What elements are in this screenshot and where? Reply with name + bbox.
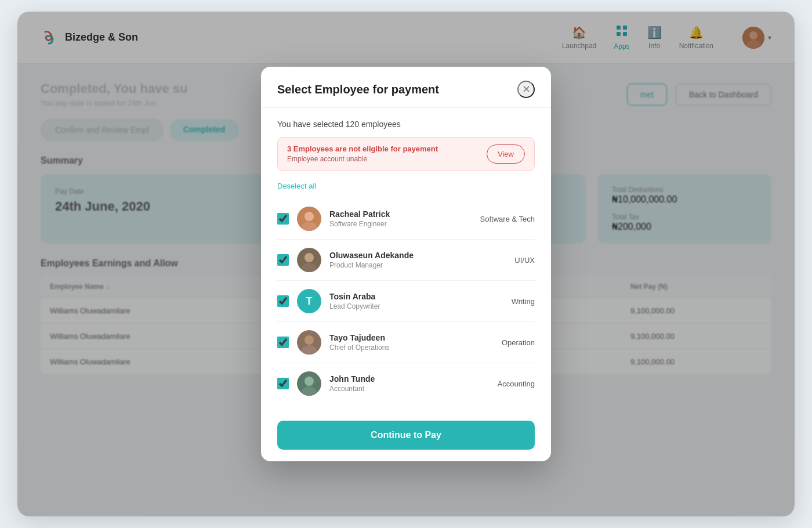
employee-row: Oluwaseun Adekande Product Manager UI/UX — [277, 240, 535, 281]
employee-info: Racheal Patrick Software Engineer — [329, 209, 457, 228]
avatar — [297, 330, 321, 355]
employee-checkbox[interactable] — [277, 337, 289, 348]
employee-checkbox[interactable] — [277, 378, 289, 389]
employee-dept: Software & Tech — [465, 215, 535, 223]
warning-strong: 3 Employees are not eligible for payemen… — [287, 144, 438, 153]
employee-dept: Operation — [465, 338, 535, 347]
svg-point-8 — [304, 212, 314, 221]
employee-info: Oluwaseun Adekande Product Manager — [329, 251, 457, 269]
employee-name: Tayo Tajudeen — [329, 333, 457, 342]
employee-dept: Writing — [465, 297, 535, 306]
modal-title: Select Employee for payment — [277, 83, 439, 96]
employee-list: Racheal Patrick Software Engineer Softwa… — [277, 198, 535, 404]
modal-close-button[interactable]: ✕ — [517, 81, 535, 98]
employee-role: Lead Copywriter — [329, 302, 457, 310]
employee-role: Software Engineer — [329, 220, 457, 228]
selected-count-text: You have selected 120 employees — [277, 120, 535, 129]
modal-overlay: Select Employee for payment ✕ You have s… — [17, 12, 795, 516]
employee-name: John Tunde — [329, 374, 457, 384]
employee-role: Product Manager — [329, 261, 457, 269]
modal-footer: Continue to Pay — [261, 411, 551, 461]
deselect-all-link[interactable]: Deselect all — [277, 182, 316, 190]
svg-point-17 — [304, 377, 314, 386]
view-ineligible-button[interactable]: View — [487, 144, 525, 164]
warning-banner: 3 Employees are not eligible for payemen… — [277, 137, 535, 171]
warning-detail: Employee account unable — [287, 155, 367, 163]
continue-to-pay-button[interactable]: Continue to Pay — [277, 421, 535, 450]
avatar — [297, 371, 321, 396]
employee-name: Tosin Araba — [329, 292, 457, 301]
employee-row: Racheal Patrick Software Engineer Softwa… — [277, 198, 535, 240]
app-frame: Bizedge & Son 🏠 Launchpad Apps — [17, 12, 795, 516]
modal-body: You have selected 120 employees 3 Employ… — [261, 108, 551, 411]
svg-point-14 — [304, 335, 314, 345]
employee-dept: UI/UX — [465, 256, 535, 265]
warning-text: 3 Employees are not eligible for payemen… — [287, 144, 438, 164]
employee-row: John Tunde Accountant Accounting — [277, 363, 535, 404]
avatar: T — [297, 289, 321, 313]
employee-name: Racheal Patrick — [329, 209, 457, 219]
modal-header: Select Employee for payment ✕ — [261, 67, 551, 108]
employee-info: John Tunde Accountant — [329, 374, 457, 393]
employee-checkbox[interactable] — [277, 295, 289, 307]
employee-role: Accountant — [329, 385, 457, 393]
employee-info: Tosin Araba Lead Copywriter — [329, 292, 457, 310]
employee-checkbox[interactable] — [277, 254, 289, 266]
avatar — [297, 248, 321, 272]
employee-role: Chief of Operations — [329, 343, 457, 352]
svg-point-11 — [304, 253, 314, 262]
employee-name: Oluwaseun Adekande — [329, 251, 457, 260]
employee-checkbox[interactable] — [277, 213, 289, 225]
avatar — [297, 207, 321, 231]
employee-info: Tayo Tajudeen Chief of Operations — [329, 333, 457, 352]
employee-row: Tayo Tajudeen Chief of Operations Operat… — [277, 322, 535, 363]
employee-row: T Tosin Araba Lead Copywriter Writing — [277, 281, 535, 322]
employee-dept: Accounting — [465, 379, 535, 388]
modal: Select Employee for payment ✕ You have s… — [261, 67, 551, 461]
